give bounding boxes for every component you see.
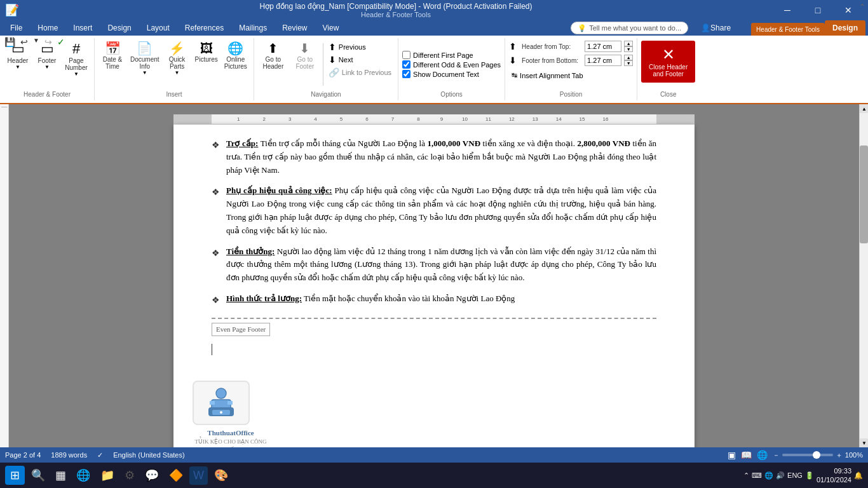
ribbon-collapse[interactable]: ⌃	[857, 0, 868, 69]
minimize-button[interactable]: ─	[773, 0, 802, 20]
settings-button[interactable]: ⚙	[121, 466, 139, 485]
quick-parts-label: Quick	[169, 56, 186, 63]
footer-cursor-area[interactable]	[212, 339, 656, 377]
tab-insert[interactable]: Insert	[65, 20, 100, 36]
nav-divider	[323, 43, 323, 86]
footer-bottom-up[interactable]: ▲	[624, 55, 633, 60]
date-time-label: Date &	[103, 56, 123, 63]
different-odd-even-check[interactable]: Different Odd & Even Pages	[402, 60, 501, 69]
taskbar-volume-icon[interactable]: 🔊	[776, 471, 785, 480]
close-header-footer-icon: ✕	[662, 46, 675, 64]
document-content: ❖ Trợ cấp: Tiền trợ cấp mỗi tháng của Ng…	[212, 137, 656, 308]
share-button[interactable]: 👤 Share	[693, 20, 738, 36]
show-document-text-checkbox[interactable]	[402, 70, 410, 78]
scroll-up-button[interactable]: ▲	[860, 104, 868, 113]
tro-cap-text1: Tiền trợ cấp mỗi tháng của Người Lao Độn…	[261, 139, 428, 148]
zalo-button[interactable]: 💬	[141, 466, 163, 485]
footer-from-bottom-spinner: ▲ ▼	[624, 55, 633, 66]
header-top-up[interactable]: ▲	[624, 41, 633, 46]
main-area: │ 1 2 3 4 5 6 7 8 9	[0, 104, 868, 447]
tab-header-footer-tools[interactable]: Header & Footer Tools	[751, 23, 825, 36]
word-taskbar-button[interactable]: W	[189, 466, 208, 485]
taskbar-right: ⌃ ⌨ 🌐 🔊 ENG 🔋 09:33 01/10/2024 🔔	[743, 466, 863, 485]
next-button[interactable]: ⬇ Next	[326, 53, 394, 66]
close-header-footer-button[interactable]: ✕ Close Headerand Footer	[641, 41, 695, 83]
tab-design[interactable]: Design	[100, 20, 139, 36]
footer-arrow: ▼	[44, 64, 50, 70]
go-to-header-icon: ⬆	[268, 42, 278, 55]
ribbon-tabs: File Home Insert Design Layout Reference…	[0, 20, 868, 36]
scroll-track[interactable]	[860, 113, 868, 438]
taskbar-date: 01/10/2024	[817, 475, 851, 484]
phu-cap-label: Phụ cấp hiệu quả công việc:	[226, 186, 332, 195]
tab-references[interactable]: References	[177, 20, 231, 36]
document-area[interactable]: 1 2 3 4 5 6 7 8 9 10 11 12 13 14	[9, 104, 859, 447]
status-layout-icon[interactable]: ▣	[728, 450, 736, 460]
scroll-down-button[interactable]: ▼	[860, 438, 868, 447]
explorer-button[interactable]: 📁	[97, 466, 118, 485]
online-pictures-button[interactable]: 🌐 Online Pictures	[222, 41, 250, 71]
status-read-icon[interactable]: 📖	[741, 450, 752, 460]
scrollbar[interactable]: ▲ ▼	[859, 104, 868, 447]
start-button[interactable]: ⊞	[5, 466, 25, 485]
app6-button[interactable]: 🔶	[165, 466, 187, 485]
go-to-footer-button[interactable]: ⬇ Go to Footer	[290, 41, 320, 71]
alignment-tab-icon: ↹	[512, 71, 517, 79]
app8-button[interactable]: 🎨	[210, 466, 232, 485]
qat-save[interactable]: 💾	[3, 36, 17, 48]
qat-undo[interactable]: ↩	[18, 36, 30, 48]
taskbar-network-icon[interactable]: 🌐	[764, 471, 773, 480]
scroll-thumb[interactable]	[860, 146, 868, 243]
maximize-button[interactable]: □	[803, 0, 832, 20]
hf-group-label: Header & Footer	[24, 88, 71, 98]
qat-check[interactable]: ✓	[55, 36, 67, 48]
document-info-button[interactable]: 📄 Document Info ▼	[128, 41, 162, 77]
document-info-label: Document	[130, 56, 159, 63]
task-view-button[interactable]: ▦	[51, 466, 70, 485]
header-from-top-input[interactable]	[585, 41, 621, 52]
zoom-in-button[interactable]: ＋	[836, 451, 843, 460]
search-button[interactable]: 🔍	[27, 466, 49, 485]
different-first-page-checkbox[interactable]	[402, 51, 410, 59]
edge-button[interactable]: 🌐	[72, 466, 94, 485]
qat-redo[interactable]: ↪	[43, 36, 54, 48]
ribbon-group-insert: 📅 Date & Time 📄 Document Info ▼ ⚡ Quick …	[95, 38, 254, 100]
bullet-1-diamond: ❖	[212, 139, 220, 177]
pictures-button[interactable]: 🖼 Pictures	[193, 41, 220, 64]
ruler-left-margin	[173, 114, 212, 124]
document-page[interactable]: ❖ Trợ cấp: Tiền trợ cấp mỗi tháng của Ng…	[173, 125, 695, 447]
quick-parts-button[interactable]: ⚡ Quick Parts ▼	[163, 41, 191, 77]
go-to-header-button[interactable]: ⬆ Go to Header	[258, 41, 288, 71]
quick-access-toolbar	[0, 20, 10, 36]
qat-undo-arrow[interactable]: ▼	[31, 36, 41, 48]
show-document-text-check[interactable]: Show Document Text	[402, 70, 479, 78]
taskbar-notification[interactable]: 🔔	[854, 471, 863, 480]
tab-view[interactable]: View	[315, 20, 347, 36]
tab-home[interactable]: Home	[30, 20, 65, 36]
tab-layout[interactable]: Layout	[139, 20, 177, 36]
options-group-label: Options	[440, 88, 462, 98]
zoom-out-button[interactable]: －	[773, 451, 780, 460]
tell-me-box[interactable]: 💡 Tell me what you want to do...	[571, 22, 688, 34]
previous-button[interactable]: ⬆ Previous	[326, 41, 394, 53]
tab-review[interactable]: Review	[275, 20, 315, 36]
footer-from-bottom-input[interactable]	[585, 55, 621, 66]
taskbar-keyboard-icon[interactable]: ⌨	[752, 471, 762, 480]
explorer-icon: 📁	[100, 468, 114, 482]
ribbon-group-close: ✕ Close Headerand Footer Close	[637, 38, 699, 100]
link-to-previous-button[interactable]: 🔗 Link to Previous	[326, 66, 394, 79]
search-icon: 🔍	[31, 468, 45, 482]
footer-bottom-down[interactable]: ▼	[624, 60, 633, 66]
tab-mailings[interactable]: Mailings	[231, 20, 275, 36]
watermark-logo: ThuthuatOffice TỦIK KỆO CHO BẠN CÔNG SỐ	[193, 381, 269, 448]
header-top-down[interactable]: ▼	[624, 46, 633, 52]
different-first-page-check[interactable]: Different First Page	[402, 51, 473, 59]
status-web-icon[interactable]: 🌐	[757, 450, 768, 460]
link-to-previous-icon: 🔗	[329, 67, 339, 78]
insert-alignment-tab-button[interactable]: ↹ Insert Alignment Tab	[509, 70, 585, 81]
different-odd-even-checkbox[interactable]	[402, 60, 410, 69]
taskbar-chevron-up[interactable]: ⌃	[743, 471, 749, 480]
date-time-button[interactable]: 📅 Date & Time	[98, 41, 126, 71]
bullet-4-diamond: ❖	[212, 294, 220, 308]
zoom-bar[interactable]	[782, 454, 833, 456]
